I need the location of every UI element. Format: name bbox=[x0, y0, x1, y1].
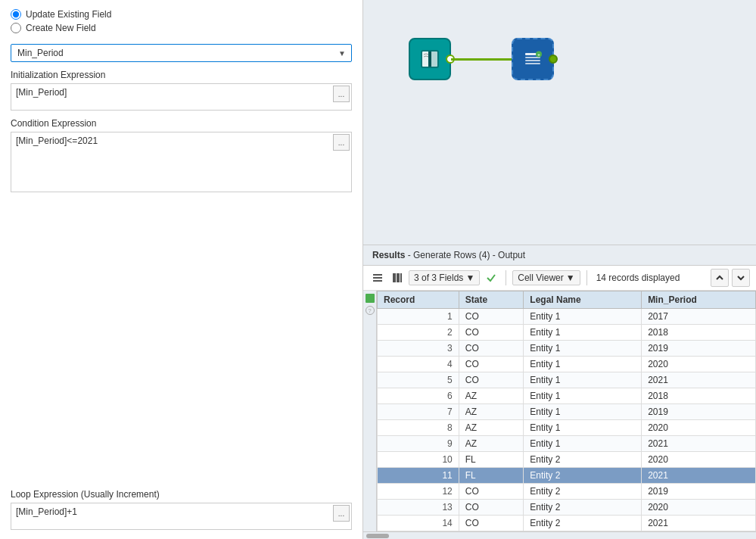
toolbar-divider bbox=[506, 270, 506, 285]
svg-rect-13 bbox=[373, 280, 382, 282]
table-row[interactable]: 14COEntity 22021 bbox=[378, 516, 756, 531]
init-expression-btn[interactable]: ... bbox=[333, 86, 350, 102]
connection-line bbox=[451, 58, 512, 61]
table-row[interactable]: 4COEntity 12020 bbox=[378, 357, 756, 372]
cell-min-period: 2020 bbox=[642, 357, 756, 372]
cell-min-period: 2019 bbox=[642, 404, 756, 420]
cell-legal-name: Entity 1 bbox=[524, 325, 642, 341]
cell-min-period: 2018 bbox=[642, 325, 756, 341]
update-existing-label: Update Existing Field bbox=[26, 9, 111, 20]
input-node[interactable] bbox=[409, 38, 451, 80]
cell-min-period: 2020 bbox=[642, 420, 756, 436]
results-table-container[interactable]: Record State Legal Name Min_Period 1COEn… bbox=[377, 291, 756, 531]
table-row[interactable]: 11FLEntity 22021 bbox=[378, 468, 756, 484]
cell-min-period: 2021 bbox=[642, 468, 756, 484]
cell-legal-name: Entity 1 bbox=[524, 309, 642, 325]
svg-rect-16 bbox=[400, 273, 402, 282]
scroll-up-btn[interactable] bbox=[711, 269, 729, 287]
col-record: Record bbox=[378, 291, 459, 309]
generate-rows-node[interactable]: + bbox=[512, 38, 554, 80]
generate-rows-icon: + bbox=[521, 47, 545, 71]
cell-legal-name: Entity 2 bbox=[524, 516, 642, 531]
cell-state: CO bbox=[459, 516, 524, 531]
side-icons: ? bbox=[363, 291, 376, 318]
table-row[interactable]: 6AZEntity 12018 bbox=[378, 388, 756, 404]
field-dropdown[interactable]: Min_Period bbox=[11, 44, 352, 62]
update-existing-radio-input[interactable] bbox=[11, 9, 21, 20]
create-new-radio-input[interactable] bbox=[11, 23, 21, 33]
loop-expression-btn[interactable]: ... bbox=[333, 505, 350, 522]
table-row[interactable]: 12COEntity 22019 bbox=[378, 484, 756, 500]
cell-legal-name: Entity 2 bbox=[524, 468, 642, 484]
scroll-down-btn[interactable] bbox=[732, 269, 750, 287]
cell-state: FL bbox=[459, 468, 524, 484]
cell-state: CO bbox=[459, 357, 524, 372]
cell-legal-name: Entity 1 bbox=[524, 436, 642, 452]
table-row[interactable]: 5COEntity 12021 bbox=[378, 372, 756, 388]
svg-rect-3 bbox=[428, 51, 431, 67]
table-body: 1COEntity 120172COEntity 120183COEntity … bbox=[378, 309, 756, 531]
column-icon-btn[interactable] bbox=[389, 270, 406, 286]
loop-expression-box: [Min_Period]+1 ... bbox=[11, 503, 352, 530]
init-expression-box: [Min_Period] ... bbox=[11, 83, 352, 111]
table-row[interactable]: 1COEntity 12017 bbox=[378, 309, 756, 325]
cell-viewer-button[interactable]: Cell Viewer ▼ bbox=[512, 270, 580, 285]
workflow-canvas: + bbox=[363, 0, 756, 245]
checkmark-btn[interactable] bbox=[483, 270, 499, 286]
svg-rect-7 bbox=[525, 60, 540, 61]
results-label: Results bbox=[372, 250, 405, 260]
generate-rows-node-box: + bbox=[512, 38, 554, 80]
workflow-nodes-container: + bbox=[409, 38, 554, 80]
cell-record: 14 bbox=[378, 516, 459, 531]
cell-state: CO bbox=[459, 372, 524, 388]
loop-section: Loop Expression (Usually Increment) [Min… bbox=[11, 489, 352, 530]
table-row[interactable]: 7AZEntity 12019 bbox=[378, 404, 756, 420]
cell-record: 10 bbox=[378, 452, 459, 468]
node2-right-connector bbox=[549, 55, 558, 64]
col-legal-name: Legal Name bbox=[524, 291, 642, 309]
results-table: Record State Legal Name Min_Period 1COEn… bbox=[377, 291, 756, 531]
cell-legal-name: Entity 2 bbox=[524, 500, 642, 516]
cell-state: AZ bbox=[459, 404, 524, 420]
table-row[interactable]: 9AZEntity 12021 bbox=[378, 436, 756, 452]
init-label: Initialization Expression bbox=[11, 70, 352, 80]
cell-min-period: 2021 bbox=[642, 516, 756, 531]
horizontal-scroll[interactable] bbox=[363, 531, 756, 539]
connection-line-container bbox=[451, 58, 512, 61]
cell-state: CO bbox=[459, 341, 524, 357]
cell-record: 4 bbox=[378, 357, 459, 372]
scroll-thumb bbox=[366, 534, 389, 538]
left-panel-spacer bbox=[11, 200, 352, 481]
cell-state: CO bbox=[459, 500, 524, 516]
table-row[interactable]: 10FLEntity 22020 bbox=[378, 452, 756, 468]
table-row[interactable]: 13COEntity 22020 bbox=[378, 500, 756, 516]
list-icon-btn[interactable] bbox=[369, 270, 386, 286]
input-node-box bbox=[409, 38, 451, 80]
cell-state: AZ bbox=[459, 420, 524, 436]
cell-state: CO bbox=[459, 309, 524, 325]
table-row[interactable]: 3COEntity 12019 bbox=[378, 341, 756, 357]
cell-record: 2 bbox=[378, 325, 459, 341]
condition-label: Condition Expression bbox=[11, 118, 352, 129]
col-state: State bbox=[459, 291, 524, 309]
create-new-radio[interactable]: Create New Field bbox=[11, 23, 352, 33]
right-panel: + Results - Generate Rows (4) - Output bbox=[363, 0, 756, 539]
cell-legal-name: Entity 1 bbox=[524, 372, 642, 388]
records-count: 14 records displayed bbox=[596, 273, 680, 283]
left-panel: Update Existing Field Create New Field M… bbox=[0, 0, 363, 539]
down-arrow-icon bbox=[736, 273, 745, 282]
fields-button[interactable]: 3 of 3 Fields ▼ bbox=[409, 270, 480, 285]
table-row[interactable]: 8AZEntity 12020 bbox=[378, 420, 756, 436]
table-row[interactable]: 2COEntity 12018 bbox=[378, 325, 756, 341]
cell-record: 7 bbox=[378, 404, 459, 420]
results-toolbar: 3 of 3 Fields ▼ Cell Viewer ▼ 14 records… bbox=[363, 266, 756, 291]
cell-min-period: 2018 bbox=[642, 388, 756, 404]
update-existing-radio[interactable]: Update Existing Field bbox=[11, 9, 352, 20]
loop-label: Loop Expression (Usually Increment) bbox=[11, 489, 352, 500]
condition-expression-btn[interactable]: ... bbox=[333, 134, 350, 151]
cell-legal-name: Entity 1 bbox=[524, 420, 642, 436]
cell-min-period: 2021 bbox=[642, 436, 756, 452]
results-header: Results - Generate Rows (4) - Output bbox=[363, 245, 756, 266]
columns-icon bbox=[392, 273, 403, 283]
cell-legal-name: Entity 1 bbox=[524, 388, 642, 404]
